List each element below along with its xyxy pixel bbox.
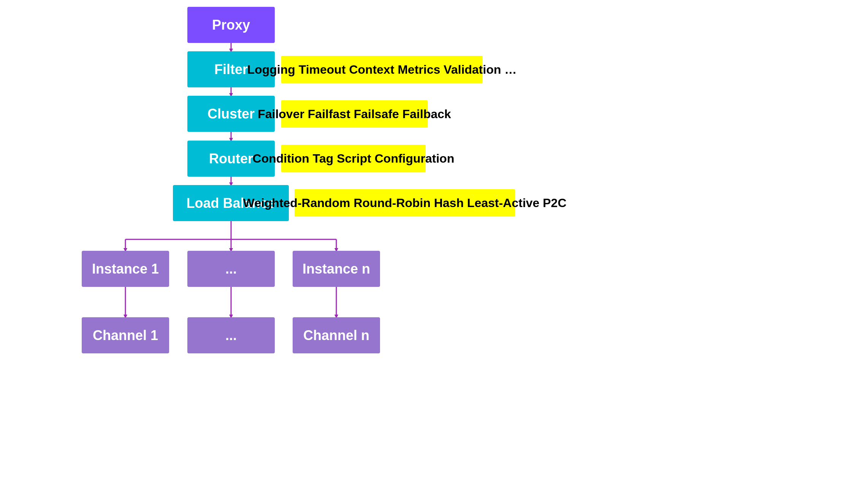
ellipsis-mid-node: ...	[187, 251, 275, 287]
ellipsis-channel-node: ...	[187, 317, 275, 353]
proxy-node: Proxy	[187, 7, 275, 43]
channel-1-node: Channel 1	[82, 317, 169, 353]
load-balance-label: Weighted-Random Round-Robin Hash Least-A…	[295, 189, 515, 217]
instance-1-node: Instance 1	[82, 251, 169, 287]
instance-n-node: Instance n	[293, 251, 380, 287]
router-label: Condition Tag Script Configuration	[281, 145, 426, 172]
channel-n-node: Channel n	[293, 317, 380, 353]
diagram-container: Proxy Filter Cluster Router Load Balance…	[0, 0, 868, 478]
cluster-label: Failover Failfast Failsafe Failback	[281, 100, 428, 128]
filter-label: Logging Timeout Context Metrics Validati…	[281, 56, 483, 83]
